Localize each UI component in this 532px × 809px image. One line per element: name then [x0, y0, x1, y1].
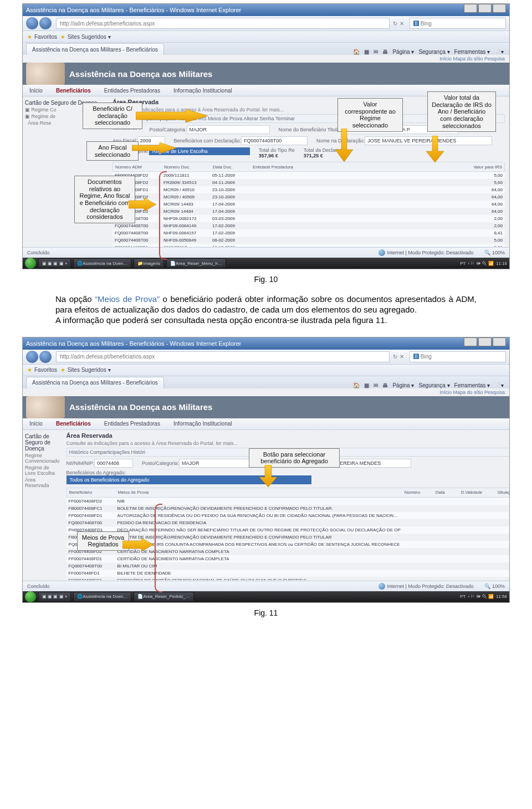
- table-row: FF00074408FD2FR2009/ 33451304-11-20095,6…: [112, 179, 505, 186]
- search-field[interactable]: 🅱 Bing: [410, 351, 506, 362]
- menu-ferramentas[interactable]: Ferramentas ▾: [454, 382, 490, 388]
- menu-pagina[interactable]: Página ▾: [392, 49, 414, 55]
- brace-documentos: [159, 171, 167, 260]
- banner-photo: [26, 396, 65, 418]
- stop-icon[interactable]: ✕: [400, 21, 404, 27]
- arrow-valor-total: [424, 136, 446, 162]
- table-row: FF00074408FD22009/11181105-11-20095,00: [112, 172, 505, 179]
- start-button[interactable]: [25, 258, 36, 269]
- print-icon[interactable]: 🖶: [382, 49, 388, 55]
- arrow-meios-prova: [122, 538, 154, 551]
- favorites-star-icon[interactable]: ★: [27, 34, 32, 40]
- browser-tab[interactable]: Assistência na Doença aos Militares - Be…: [26, 43, 164, 55]
- suggested-sites-label[interactable]: Sites Sugeridos ▾: [68, 34, 111, 40]
- tray-lang[interactable]: PT: [460, 261, 466, 266]
- refresh-icon[interactable]: ↻: [393, 354, 397, 360]
- taskbar-btn-imagens[interactable]: 📁 Imagens: [134, 258, 164, 268]
- tray-lang[interactable]: PT: [460, 594, 466, 599]
- figure-10-screenshot: Assistência na Doença aos Militares - Be…: [22, 3, 510, 269]
- table-row: FQ00074408T00NHP09-008217203-03-20092,00: [112, 215, 505, 222]
- site-top-links[interactable]: Início Mapa do sítio Pesquisa: [23, 388, 509, 396]
- irs-table-body: FF00074408FD22009/11181105-11-20095,00FF…: [112, 172, 505, 247]
- table-row: FF00074408FD1CERTIDÃO DE NASCIMENTO NARR…: [66, 555, 509, 562]
- menu-item-entidades[interactable]: Entidades Prestadoras: [98, 88, 167, 94]
- menu-item-info-inst[interactable]: Informação Institucional: [167, 88, 239, 94]
- refresh-icon[interactable]: ↻: [393, 21, 397, 27]
- th-datadoc: Data Doc.: [211, 165, 250, 170]
- feeds-icon[interactable]: ▦: [364, 382, 369, 388]
- taskbar-btn-ie[interactable]: 🌐 Assistência na Doen…: [73, 258, 131, 268]
- input-nii[interactable]: 00074408: [94, 459, 133, 468]
- total-regime-value: 357,96 €: [259, 153, 295, 158]
- callout-valor-regime: Valor correspondente ao Regime seleccion…: [337, 98, 403, 132]
- th-beneficiario: Beneficiário: [67, 490, 116, 495]
- tray-clock: 11:16: [496, 261, 507, 266]
- tray-clock: 11:56: [496, 594, 507, 599]
- tab-strip: Assistência na Doença aos Militares - Be…: [23, 376, 509, 388]
- stop-icon[interactable]: ✕: [400, 354, 404, 360]
- taskbar-btn-word[interactable]: 📄 Area_Reser_Pedido_…: [134, 592, 194, 602]
- menu-item-entidades[interactable]: Entidades Prestadoras: [98, 421, 167, 427]
- menu-item-beneficiarios[interactable]: Beneficiários: [49, 88, 98, 94]
- arrow-beneficiario-decl: [136, 109, 208, 137]
- favorites-label[interactable]: Favoritos: [34, 34, 57, 40]
- back-button[interactable]: [26, 351, 38, 363]
- window-titlebar: Assistência na Doença aos Militares - Be…: [23, 337, 509, 350]
- quicklaunch-icons[interactable]: ▣ ▣ ▣ ▣ »: [38, 258, 71, 268]
- favorites-label[interactable]: Favoritos: [34, 367, 57, 373]
- table-row: FQ00074408T00NHF09-006414917-02-20092,00: [112, 222, 505, 229]
- help-icon[interactable]: ❔▾: [494, 382, 504, 388]
- print-icon[interactable]: 🖶: [382, 382, 388, 388]
- label-benef-decl: Beneficiários com Declaração:: [174, 138, 242, 144]
- th-situacao: Situação Documental: [495, 490, 509, 495]
- quicklaunch-icons[interactable]: ▣ ▣ ▣ ▣ »: [38, 592, 71, 602]
- home-icon[interactable]: 🏠: [353, 382, 360, 388]
- tray-icons[interactable]: ‹ ⚐ 🕪 🔌 📶: [468, 594, 494, 599]
- left-item-regime-conv[interactable]: Regime Convencionado: [25, 453, 60, 464]
- label-posto: Posto/Categoria:: [142, 460, 179, 466]
- site-banner: Assistência na Doença aos Militares: [23, 63, 509, 85]
- window-title: Assistência na Doença aos Militares - Be…: [26, 4, 241, 16]
- forward-button[interactable]: [39, 351, 52, 363]
- th-data: Data: [433, 490, 459, 495]
- arrow-documentos: [129, 198, 156, 211]
- table-row: PH00074408FD1DECLARAÇÃO REFERINDO NÃO SE…: [66, 526, 509, 534]
- menu-ferramentas[interactable]: Ferramentas ▾: [454, 49, 490, 55]
- home-icon[interactable]: 🏠: [353, 49, 360, 55]
- menu-item-info-inst[interactable]: Informação Institucional: [167, 421, 239, 427]
- browser-tab[interactable]: Assistência na Doença aos Militares - Be…: [26, 377, 164, 388]
- mail-icon[interactable]: ✉: [374, 49, 378, 55]
- table-row: FQ00074408T00BI MILITAR OU CIM: [66, 562, 509, 570]
- taskbar-btn-word[interactable]: 📄 Area_Reser_Menu_h…: [166, 258, 226, 268]
- irs-table-header: Número ADM Número Doc. Data Doc. Entidad…: [112, 162, 505, 172]
- zoom-label[interactable]: 🔍 100%: [484, 583, 505, 589]
- taskbar-btn-ie[interactable]: 🌐 Assistência na Doen…: [73, 592, 131, 602]
- menu-item-inicio[interactable]: Início: [23, 421, 49, 427]
- help-icon[interactable]: ❔▾: [494, 49, 504, 55]
- zoom-label[interactable]: 🔍 100%: [484, 250, 505, 255]
- left-item-regime-livre[interactable]: Regime de Livre Escolha: [25, 465, 60, 476]
- suggested-sites-label[interactable]: Sites Sugeridos ▾: [68, 367, 111, 373]
- status-right: Internet | Modo Protegido: Desactivado: [387, 583, 474, 589]
- select-benef-decl[interactable]: FQ00074408T00: [241, 136, 308, 145]
- url-field[interactable]: http://adm.defesa.pt/beneficiarios.aspx: [56, 18, 390, 29]
- site-top-links[interactable]: Início Mapa do sítio Pesquisa: [23, 55, 509, 63]
- menu-pagina[interactable]: Página ▾: [392, 382, 414, 388]
- start-button[interactable]: [25, 591, 36, 602]
- favorites-star-icon[interactable]: ★: [27, 367, 32, 373]
- forward-button[interactable]: [39, 17, 52, 29]
- url-field[interactable]: http://adm.defesa.pt/beneficiarios.aspx: [56, 351, 390, 362]
- mail-icon[interactable]: ✉: [374, 382, 378, 388]
- tray-icons[interactable]: ‹ ⚐ 🕪 🔌 📶: [468, 261, 494, 266]
- menu-item-inicio[interactable]: Início: [23, 88, 49, 94]
- menu-item-beneficiarios[interactable]: Beneficiários: [49, 421, 98, 427]
- feeds-icon[interactable]: ▦: [364, 49, 369, 55]
- menu-seguranca[interactable]: Segurança ▾: [418, 49, 449, 55]
- arrow-ano-fiscal: [132, 142, 176, 159]
- label-total-regime: Total do Tipo Re: [259, 147, 295, 153]
- svg-marker-5: [259, 465, 277, 487]
- back-button[interactable]: [26, 17, 38, 29]
- left-item-area[interactable]: Área Reservada: [25, 477, 60, 488]
- menu-seguranca[interactable]: Segurança ▾: [418, 382, 449, 388]
- search-field[interactable]: 🅱 Bing: [410, 18, 506, 29]
